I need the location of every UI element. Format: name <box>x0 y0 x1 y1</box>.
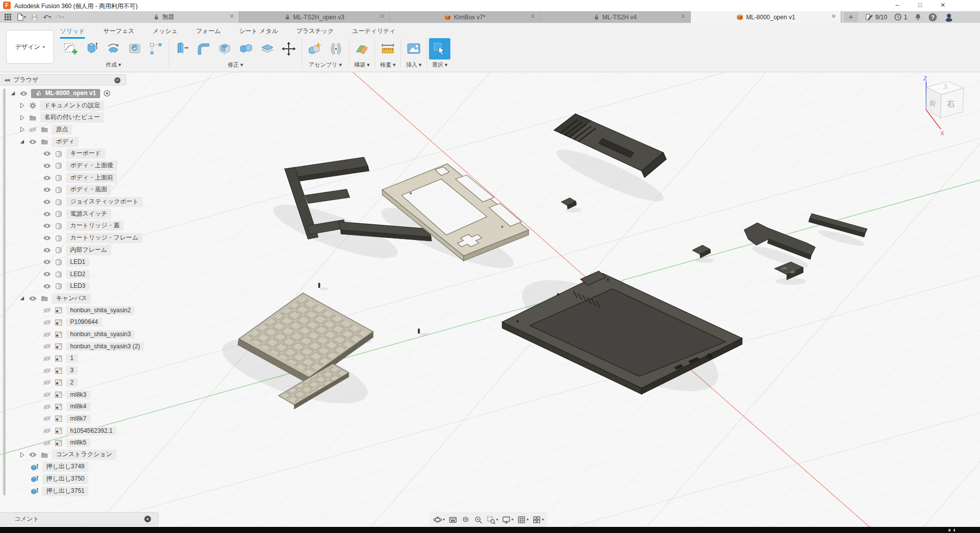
item-label[interactable]: カートリッジ・フレーム <box>66 233 142 243</box>
help-icon[interactable]: ? <box>929 13 937 21</box>
visibility-on-icon[interactable] <box>43 259 51 265</box>
group-label-select[interactable]: 選択 ▾ <box>432 61 448 69</box>
tree-row[interactable]: 内部フレーム <box>0 244 127 256</box>
tree-row[interactable]: ボディ・底面 <box>0 184 127 196</box>
visibility-on-icon[interactable] <box>43 271 51 277</box>
ribbon-tab[interactable]: サーフェス <box>103 27 134 39</box>
group-label-construct[interactable]: 構築 ▾ <box>354 61 370 69</box>
visibility-on-icon[interactable] <box>43 163 51 169</box>
document-tab-2[interactable]: ML-TS2H_open v3✕ <box>239 11 390 23</box>
tree-row[interactable]: h1054562392.1 <box>0 425 127 437</box>
tree-row[interactable]: ml8k4 <box>0 401 127 413</box>
tree-row[interactable]: 電源スイッチ <box>0 208 127 220</box>
notification-center-button[interactable]: 1 <box>894 13 907 21</box>
tree-row[interactable]: 押し出し3751 <box>0 485 127 497</box>
visibility-off-icon[interactable] <box>43 332 51 338</box>
item-label[interactable]: 押し出し3750 <box>42 474 88 484</box>
ribbon-tab[interactable]: フォーム <box>196 27 221 39</box>
tree-row[interactable]: P1090644 <box>0 316 127 329</box>
expand-open-icon[interactable] <box>19 138 25 145</box>
visibility-off-icon[interactable] <box>43 368 51 374</box>
tree-row[interactable]: 2 <box>0 377 127 389</box>
item-label[interactable]: ジョイスティックポート <box>66 197 143 207</box>
viewports-button[interactable]: ▾ <box>531 515 545 524</box>
tab-close-icon[interactable]: ✕ <box>681 13 686 20</box>
tree-row[interactable]: 押し出し3749 <box>0 461 127 473</box>
tab-close-icon[interactable]: ✕ <box>530 13 535 20</box>
browser-minimize-icon[interactable]: − <box>114 77 120 83</box>
move-copy-button[interactable] <box>278 38 299 60</box>
combine-button[interactable] <box>235 38 257 60</box>
item-label[interactable]: 名前の付いたビュー <box>40 112 104 123</box>
zoom-button[interactable] <box>473 515 484 524</box>
item-label[interactable]: キャンバス <box>52 293 91 304</box>
tab-close-icon[interactable]: ✕ <box>380 13 385 20</box>
visibility-on-icon[interactable] <box>28 295 37 302</box>
tree-row[interactable]: コンストラクション <box>0 449 127 461</box>
viewport-canvas[interactable]: Z X 上 前 右 <box>0 72 980 533</box>
collapse-browser-icon[interactable]: ◀◀ <box>4 78 9 82</box>
tree-row[interactable]: 1 <box>0 352 127 365</box>
group-label-create[interactable]: 作成 ▾ <box>106 61 121 69</box>
workspace-selector[interactable]: デザイン▾ <box>6 30 54 64</box>
tree-item-selected[interactable]: ML-8000_open v1 <box>31 89 100 98</box>
tree-row[interactable]: カートリッジ・フレーム <box>0 232 127 244</box>
expand-closed-icon[interactable] <box>19 126 25 133</box>
item-label[interactable]: 原点 <box>52 125 72 135</box>
item-label[interactable]: ml8k4 <box>66 402 90 411</box>
item-label[interactable]: ボディ・上面後 <box>66 161 117 171</box>
job-status-button[interactable]: 9/10 <box>865 13 887 21</box>
pattern-button[interactable] <box>145 38 167 60</box>
tree-row[interactable]: LED2 <box>0 268 127 280</box>
expand-open-icon[interactable] <box>19 295 25 302</box>
visibility-on-icon[interactable] <box>19 91 28 97</box>
tree-row[interactable]: ジョイスティックポート <box>0 196 127 208</box>
visibility-off-icon[interactable] <box>43 319 51 325</box>
tree-row[interactable]: 押し出し3750 <box>0 473 127 485</box>
item-label[interactable]: ボディ <box>52 137 79 147</box>
tree-row[interactable]: ボディ <box>0 136 127 148</box>
visibility-off-icon[interactable] <box>43 307 51 313</box>
new-component-button[interactable] <box>304 38 325 60</box>
revolve-button[interactable] <box>103 38 124 60</box>
activate-component-radio[interactable] <box>103 90 111 97</box>
tree-row[interactable]: ボディ・上面後 <box>0 160 127 172</box>
shell-button[interactable] <box>214 38 235 60</box>
item-label[interactable]: 押し出し3751 <box>42 486 88 496</box>
expand-closed-icon[interactable] <box>19 102 25 109</box>
zoom-window-button[interactable]: ▾ <box>485 515 499 524</box>
ribbon-tab[interactable]: メッシュ <box>152 27 177 39</box>
tree-row[interactable]: カートリッジ・蓋 <box>0 220 127 232</box>
item-label[interactable]: 3 <box>66 366 78 375</box>
undo-icon[interactable]: ↶▾ <box>43 13 51 21</box>
tree-row[interactable]: LED3 <box>0 280 127 292</box>
visibility-on-icon[interactable] <box>43 247 51 253</box>
minimize-button[interactable]: – <box>887 0 907 11</box>
item-label[interactable]: h1054562392.1 <box>66 427 116 435</box>
expand-open-icon[interactable] <box>10 90 16 97</box>
tree-row[interactable]: ml8k7 <box>0 413 127 425</box>
item-label[interactable]: ml8k5 <box>66 438 90 447</box>
item-label[interactable]: honbun_shita_syasin2 <box>66 306 135 315</box>
display-settings-button[interactable]: ▾ <box>501 515 514 524</box>
measure-button[interactable] <box>377 38 399 60</box>
tree-row[interactable]: ml8k3 <box>0 389 127 401</box>
item-label[interactable]: LED2 <box>66 270 89 279</box>
visibility-off-icon[interactable] <box>43 416 51 422</box>
comment-bar[interactable]: コメント + <box>0 512 159 525</box>
item-label[interactable]: LED3 <box>66 282 89 290</box>
tree-row[interactable]: ml8k5 <box>0 437 127 449</box>
tree-row[interactable]: ドキュメントの設定 <box>0 100 127 112</box>
item-label[interactable]: P1090644 <box>66 318 102 327</box>
extrude-button[interactable] <box>81 38 103 60</box>
close-button[interactable]: ✕ <box>933 0 953 11</box>
tree-row[interactable]: キーボード <box>0 147 127 160</box>
visibility-off-icon[interactable] <box>28 127 37 133</box>
item-label[interactable]: ドキュメントの設定 <box>40 101 104 111</box>
tree-row[interactable]: キャンバス <box>0 292 127 305</box>
group-label-assemble[interactable]: アセンブリ ▾ <box>309 61 342 69</box>
ribbon-tab[interactable]: プラスチック <box>296 27 334 39</box>
press-pull-button[interactable] <box>171 38 193 60</box>
maximize-button[interactable]: □ <box>910 0 930 11</box>
grid-snap-button[interactable]: ▾ <box>516 515 530 524</box>
